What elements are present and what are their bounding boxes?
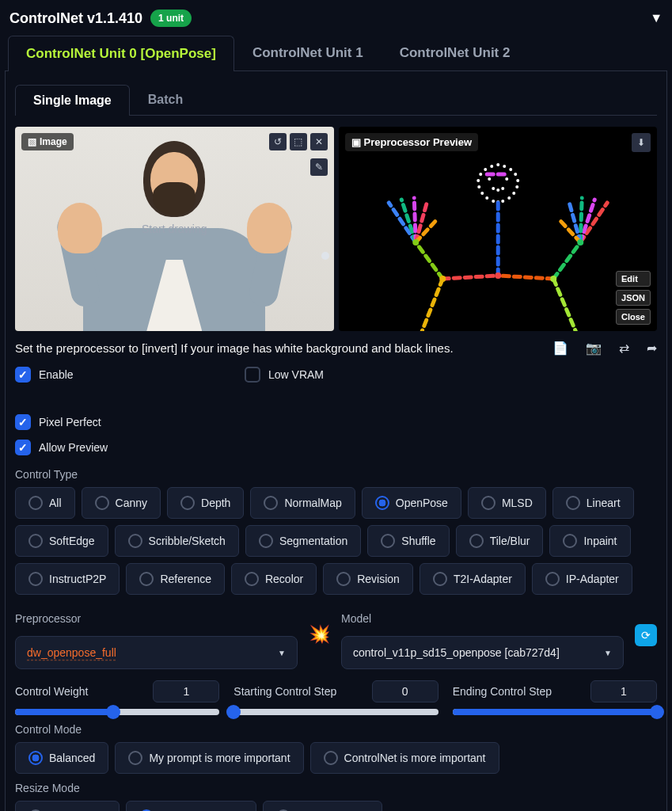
doc-icon[interactable]: 📄: [552, 341, 568, 356]
control-type-option-ip-adapter[interactable]: IP-Adapter: [532, 563, 632, 595]
control-type-option-label: Revision: [357, 573, 400, 585]
svg-point-16: [501, 200, 504, 203]
svg-line-29: [553, 279, 575, 331]
resize-mode-option-just-resize[interactable]: Just Resize: [15, 801, 120, 811]
control-type-option-shuffle[interactable]: Shuffle: [367, 525, 449, 557]
tab-batch[interactable]: Batch: [130, 84, 201, 115]
control-type-option-label: T2I-Adapter: [454, 573, 512, 585]
svg-point-44: [412, 239, 419, 246]
pencil-icon[interactable]: ✎: [310, 158, 328, 176]
svg-point-8: [516, 179, 519, 182]
radio-dot-icon: [481, 496, 495, 510]
control-type-option-openpose[interactable]: OpenPose: [362, 487, 461, 519]
image-icon: ▧: [28, 136, 36, 147]
radio-dot-icon: [128, 751, 142, 765]
end-step-label: Ending Control Step: [453, 685, 552, 698]
svg-point-41: [495, 272, 501, 279]
close-icon[interactable]: ✕: [310, 133, 328, 150]
clear-icon[interactable]: ⬚: [290, 133, 307, 150]
start-drawing-hint: Start drawing: [142, 223, 207, 235]
radio-dot-icon: [324, 751, 338, 765]
control-type-option-mlsd[interactable]: MLSD: [468, 487, 546, 519]
pixel-perfect-checkbox[interactable]: ✓ Pixel Perfect: [15, 414, 213, 430]
camera-icon[interactable]: 📷: [586, 341, 602, 356]
control-weight-label: Control Weight: [15, 685, 88, 698]
control-type-option-reference[interactable]: Reference: [126, 563, 225, 595]
low-vram-label: Low VRAM: [268, 368, 324, 381]
end-step-slider[interactable]: Ending Control Step 1: [453, 680, 657, 715]
control-type-option-label: Tile/Blur: [490, 535, 530, 547]
download-icon[interactable]: ⬇: [632, 133, 651, 152]
model-value: control_v11p_sd15_openpose [cab727d4]: [353, 646, 560, 659]
json-pose-button[interactable]: JSON: [616, 290, 651, 306]
control-type-option-label: Shuffle: [401, 535, 435, 547]
tab-unit-2[interactable]: ControlNet Unit 2: [382, 35, 529, 70]
preprocessor-select[interactable]: dw_openpose_full ▼: [15, 636, 298, 669]
control-mode-group: BalancedMy prompt is more importantContr…: [15, 742, 657, 774]
refresh-models-icon[interactable]: ⟳: [635, 624, 657, 646]
swap-icon[interactable]: ⇄: [619, 341, 629, 356]
chevron-down-icon: ▼: [604, 649, 612, 657]
enable-checkbox[interactable]: ✓ Enable: [15, 367, 213, 383]
radio-dot-icon: [139, 572, 154, 586]
tab-unit-0[interactable]: ControlNet Unit 0 [OpenPose]: [8, 36, 234, 71]
model-select[interactable]: control_v11p_sd15_openpose [cab727d4] ▼: [341, 636, 624, 669]
control-weight-value[interactable]: 1: [153, 680, 219, 702]
tab-single-image[interactable]: Single Image: [15, 85, 130, 116]
control-type-option-normalmap[interactable]: NormalMap: [250, 487, 355, 519]
radio-dot-icon: [28, 751, 43, 765]
control-type-option-inpaint[interactable]: Inpaint: [549, 525, 630, 557]
control-type-option-t2i-adapter[interactable]: T2I-Adapter: [420, 563, 526, 595]
control-type-option-revision[interactable]: Revision: [323, 563, 413, 595]
tab-unit-1[interactable]: ControlNet Unit 1: [234, 35, 382, 70]
start-step-value[interactable]: 0: [372, 680, 439, 702]
svg-line-33: [414, 198, 416, 242]
control-mode-option-balanced[interactable]: Balanced: [15, 742, 108, 774]
preview-label: ▣ Preprocessor Preview: [345, 133, 479, 151]
resize-mode-option-resize-and-fill[interactable]: Resize and Fill: [263, 801, 383, 811]
control-weight-slider[interactable]: Control Weight 1: [15, 680, 219, 715]
control-type-option-scribble-sketch[interactable]: Scribble/Sketch: [115, 525, 239, 557]
radio-dot-icon: [180, 496, 195, 510]
panel-title: ControlNet v1.1.410: [9, 10, 142, 27]
start-step-slider[interactable]: Starting Control Step 0: [233, 680, 438, 715]
invert-hint-text: Set the preprocessor to [invert] If your…: [15, 341, 540, 355]
unit-tabs: ControlNet Unit 0 [OpenPose] ControlNet …: [5, 35, 667, 71]
stack-icon: ▣: [351, 136, 361, 148]
svg-line-28: [416, 242, 442, 279]
resize-mode-option-crop-and-resize[interactable]: Crop and Resize: [126, 801, 256, 811]
svg-point-14: [507, 196, 511, 200]
control-type-option-label: InstructP2P: [49, 573, 106, 585]
end-step-value[interactable]: 1: [590, 680, 657, 702]
undo-icon[interactable]: ↺: [269, 133, 287, 150]
control-mode-option-my-prompt-is-more-important[interactable]: My prompt is more important: [115, 742, 303, 774]
control-mode-option-controlnet-is-more-important[interactable]: ControlNet is more important: [310, 742, 499, 774]
checkmark-icon: ✓: [15, 367, 31, 383]
control-type-option-softedge[interactable]: SoftEdge: [15, 525, 108, 557]
control-type-option-instructp2p[interactable]: InstructP2P: [15, 563, 120, 595]
source-image-box[interactable]: ▧ Image ↺ ⬚ ✕ ✎ Start drawing: [15, 127, 334, 331]
close-pose-button[interactable]: Close: [616, 309, 651, 325]
svg-point-13: [485, 196, 488, 200]
collapse-caret-icon[interactable]: ▼: [650, 11, 663, 25]
control-type-option-lineart[interactable]: Lineart: [552, 487, 634, 519]
svg-point-42: [439, 276, 446, 282]
control-type-option-depth[interactable]: Depth: [167, 487, 244, 519]
pixel-perfect-label: Pixel Perfect: [39, 416, 101, 428]
control-type-option-recolor[interactable]: Recolor: [231, 563, 317, 595]
draw-handle[interactable]: [321, 252, 329, 260]
run-preprocessor-icon[interactable]: 💥: [309, 624, 330, 649]
edit-pose-button[interactable]: Edit: [616, 271, 651, 287]
preview-image-box: ▣ Preprocessor Preview ⬇ Edit JSON Close: [339, 127, 658, 331]
allow-preview-checkbox[interactable]: ✓ Allow Preview: [15, 440, 213, 455]
radio-dot-icon: [95, 496, 109, 510]
control-type-option-segmentation[interactable]: Segmentation: [245, 525, 361, 557]
send-icon[interactable]: ➦: [647, 341, 657, 356]
control-type-option-all[interactable]: All: [15, 487, 75, 519]
radio-dot-icon: [336, 572, 351, 586]
svg-line-26: [498, 276, 553, 279]
svg-point-9: [477, 185, 480, 188]
control-type-option-tile-blur[interactable]: Tile/Blur: [456, 525, 544, 557]
control-type-option-canny[interactable]: Canny: [82, 487, 161, 519]
low-vram-checkbox[interactable]: Low VRAM: [245, 367, 442, 383]
